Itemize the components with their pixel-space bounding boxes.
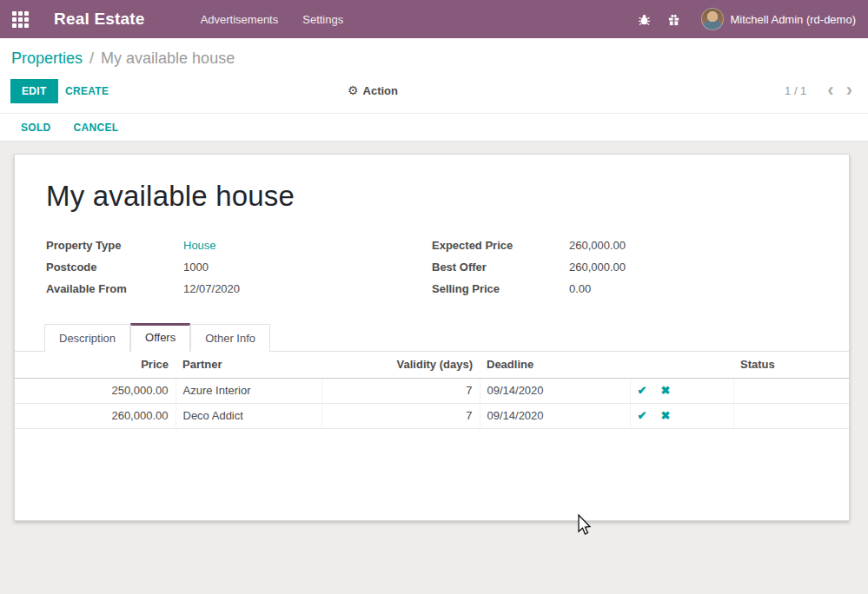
column-header-validity[interactable]: Validity (days) [321, 352, 480, 378]
action-label: Action [363, 84, 398, 97]
column-header-partner[interactable]: Partner [176, 352, 321, 378]
cancel-button[interactable]: CANCEL [74, 122, 119, 134]
column-header-price[interactable]: Price [15, 352, 176, 378]
property-type-label: Property Type [46, 239, 183, 252]
column-header-actions [630, 352, 733, 378]
notebook-tabs: Description Offers Other Info [15, 323, 849, 352]
postcode-value: 1000 [183, 261, 209, 274]
apps-menu-button[interactable] [0, 0, 40, 38]
offer-partner: Azure Interior [176, 378, 321, 403]
pager-previous-icon[interactable]: ‹ [827, 82, 833, 99]
offer-row-azure-interior[interactable]: 250,000.00 Azure Interior 7 09/14/2020 ✔… [15, 378, 849, 403]
pager-value: 1 / 1 [785, 84, 806, 97]
best-offer-value: 260,000.00 [569, 261, 626, 274]
expected-price-value: 260,000.00 [569, 239, 626, 252]
offer-price: 250,000.00 [15, 378, 176, 403]
property-title: My available house [46, 180, 849, 213]
debug-bug-icon[interactable] [630, 11, 659, 27]
navbar-right: Mitchell Admin (rd-demo) [630, 8, 868, 30]
user-menu[interactable]: Mitchell Admin (rd-demo) [731, 13, 857, 26]
control-panel: EDIT CREATE ⚙ Action 1 / 1 ‹ › [0, 78, 868, 113]
offers-table-header: Price Partner Validity (days) Deadline S… [15, 352, 849, 378]
offer-deadline: 09/14/2020 [480, 403, 630, 428]
pager-next-icon[interactable]: › [846, 82, 852, 99]
refuse-offer-icon[interactable]: ✖ [660, 409, 670, 422]
breadcrumb-current: My available house [101, 50, 235, 68]
offers-table: Price Partner Validity (days) Deadline S… [15, 352, 849, 429]
property-type-value[interactable]: House [183, 239, 216, 252]
form-statusbar: SOLD CANCEL [0, 113, 868, 142]
refuse-offer-icon[interactable]: ✖ [660, 384, 670, 397]
selling-price-value: 0.00 [569, 282, 591, 295]
best-offer-label: Best Offer [432, 261, 569, 274]
offer-validity: 7 [321, 378, 480, 403]
breadcrumb-separator: / [89, 50, 94, 68]
offer-deadline: 09/14/2020 [480, 378, 630, 403]
top-navbar: Real Estate Advertisements Settings [0, 0, 868, 38]
navbar-menus: Advertisements Settings [192, 8, 353, 31]
action-menu-button[interactable]: ⚙ Action [348, 83, 398, 97]
apps-grid-icon [12, 11, 29, 28]
column-header-deadline[interactable]: Deadline [480, 352, 630, 378]
offer-validity: 7 [321, 403, 480, 428]
form-sheet: My available house Property Type House P… [14, 154, 850, 521]
fields-right-column: Expected Price 260,000.00 Best Offer 260… [432, 239, 818, 304]
accept-offer-icon[interactable]: ✔ [638, 409, 647, 422]
create-button[interactable]: CREATE [65, 79, 109, 103]
sold-button[interactable]: SOLD [21, 122, 51, 134]
postcode-label: Postcode [46, 261, 183, 274]
offer-price: 260,000.00 [15, 403, 176, 428]
gift-icon[interactable] [659, 11, 689, 27]
fields-left-column: Property Type House Postcode 1000 Availa… [46, 239, 432, 304]
field-grid: Property Type House Postcode 1000 Availa… [15, 239, 849, 304]
offer-status [733, 378, 849, 403]
breadcrumb: Properties / My available house [0, 38, 868, 78]
breadcrumb-parent-link[interactable]: Properties [11, 50, 83, 68]
menu-settings[interactable]: Settings [294, 8, 352, 31]
menu-advertisements[interactable]: Advertisements [192, 8, 288, 31]
available-from-label: Available From [46, 282, 183, 295]
offer-partner: Deco Addict [176, 403, 321, 428]
user-avatar[interactable] [701, 8, 724, 30]
offer-row-deco-addict[interactable]: 260,000.00 Deco Addict 7 09/14/2020 ✔✖ [15, 403, 849, 428]
offer-status [733, 403, 849, 428]
app-title[interactable]: Real Estate [54, 10, 145, 29]
tab-other-info[interactable]: Other Info [190, 324, 270, 352]
available-from-value: 12/07/2020 [183, 282, 240, 295]
edit-button[interactable]: EDIT [10, 79, 58, 103]
column-header-status[interactable]: Status [733, 352, 849, 378]
gear-icon: ⚙ [348, 83, 359, 97]
accept-offer-icon[interactable]: ✔ [638, 384, 647, 397]
tab-description[interactable]: Description [44, 324, 130, 352]
expected-price-label: Expected Price [432, 239, 569, 252]
pager: 1 / 1 ‹ › [785, 82, 852, 99]
selling-price-label: Selling Price [432, 282, 569, 295]
tab-offers[interactable]: Offers [130, 323, 190, 352]
